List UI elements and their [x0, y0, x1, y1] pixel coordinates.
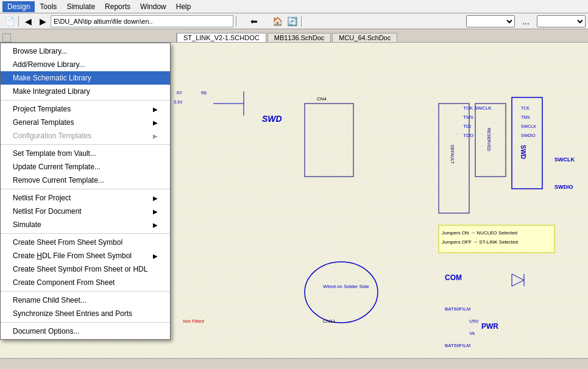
tab-mb1136[interactable]: MB1136.SchDoc [267, 33, 331, 42]
menu-netlist-document[interactable]: Netlist For Document ▶ [1, 205, 170, 218]
svg-text:3.3V: 3.3V [174, 100, 183, 104]
design-dropdown-menu: Browse Library... Add/Remove Library... … [0, 43, 171, 340]
menu-update-current-template-label: Update Current Template... [13, 163, 101, 171]
menu-general-templates-label: General Templates [13, 118, 74, 127]
menu-tools[interactable]: Tools [35, 1, 62, 12]
toolbar-btn-nav2[interactable]: 🏠 [271, 15, 284, 28]
tab-icon [2, 33, 11, 42]
menu-configuration-templates-label: Configuration Templates [13, 132, 91, 140]
svg-text:Wired on Solder Side: Wired on Solder Side [323, 284, 369, 289]
svg-text:TCK SWCLK: TCK SWCLK [463, 105, 492, 111]
menu-create-hdl-file[interactable]: Create HDL File From Sheet Symbol ▶ [1, 249, 170, 262]
toolbar-path-input[interactable] [51, 15, 233, 27]
toolbar-btn-back[interactable]: ◀ [21, 15, 35, 28]
toolbar-row1: 📄 ◀ ▶ ⬅ 🏠 🔄 ... [0, 13, 588, 29]
menu-rename-child-sheet-label: Rename Child Sheet... [13, 296, 87, 304]
sep-5 [1, 291, 170, 292]
menu-simulate[interactable]: Simulate [62, 1, 100, 12]
menu-create-sheet-symbol-label: Create Sheet From Sheet Symbol [13, 238, 122, 247]
simulate-arrow: ▶ [153, 222, 158, 228]
toolbar-btn-nav1[interactable]: ⬅ [239, 15, 269, 28]
menu-update-current-template[interactable]: Update Current Template... [1, 160, 170, 174]
menu-make-integrated-library[interactable]: Make Integrated Library [1, 85, 170, 98]
menu-browse-library[interactable]: Browse Library... [1, 44, 170, 58]
toolbar-sep-2 [236, 16, 236, 27]
svg-text:CN11: CN11 [323, 318, 336, 324]
svg-text:TDO: TDO [463, 133, 473, 138]
configuration-templates-arrow: ▶ [153, 133, 158, 139]
menu-netlist-project[interactable]: Netlist For Project ▶ [1, 191, 170, 205]
menu-help[interactable]: Help [171, 1, 196, 12]
menu-sync-sheet-entries[interactable]: Synchronize Sheet Entries and Ports [1, 307, 170, 320]
menu-project-templates[interactable]: Project Templates ▶ [1, 102, 170, 116]
menu-configuration-templates[interactable]: Configuration Templates ▶ [1, 129, 170, 142]
toolbar-sep-1 [18, 16, 19, 27]
dropdown-right1[interactable] [466, 15, 515, 27]
svg-text:R7: R7 [177, 91, 182, 95]
menu-sync-sheet-entries-label: Synchronize Sheet Entries and Ports [13, 309, 132, 318]
menu-make-schematic-library[interactable]: Make Schematic Library [1, 71, 170, 85]
svg-point-37 [305, 262, 378, 323]
toolbar-btn-1[interactable]: 📄 [2, 15, 16, 28]
svg-text:CN4: CN4 [317, 96, 327, 102]
menu-set-template-vault[interactable]: Set Template from Vault... [1, 147, 170, 160]
svg-text:TMS: TMS [463, 114, 473, 120]
schematic-canvas[interactable]: VBAT PC13 PC14 PC15 PD0 PD1 NRST VSSA VD… [0, 43, 588, 358]
menu-remove-current-template-label: Remove Current Template... [13, 176, 104, 184]
svg-text:BAT60FILM: BAT60FILM [445, 306, 470, 312]
svg-text:TDI: TDI [463, 124, 471, 129]
toolbar-btn-forward[interactable]: ▶ [36, 15, 49, 28]
svg-text:PWR: PWR [481, 322, 498, 331]
menu-create-sheet-symbol[interactable]: Create Sheet From Sheet Symbol [1, 236, 170, 249]
sep-4 [1, 233, 170, 234]
tab-st-link[interactable]: ST_LINK_V2-1.SCHDOC [177, 33, 266, 42]
menu-simulate[interactable]: Simulate ▶ [1, 218, 170, 231]
statusbar [0, 358, 588, 369]
menu-create-sheet-symbol-hdl[interactable]: Create Sheet Symbol From Sheet or HDL [1, 262, 170, 276]
svg-text:SWCLK: SWCLK [554, 156, 575, 163]
menu-design[interactable]: Design [2, 1, 35, 12]
sep-3 [1, 189, 170, 189]
svg-text:Not Fitted: Not Fitted [183, 318, 204, 324]
svg-text:SWD: SWD [262, 114, 282, 124]
svg-text:Jumpers ON → NUCLEO Selected: Jumpers ON → NUCLEO Selected [442, 230, 517, 236]
svg-text:Jumpers OFF → ST-LINK Selected: Jumpers OFF → ST-LINK Selected [442, 239, 518, 245]
svg-text:BAT60FILM: BAT60FILM [445, 343, 470, 348]
menu-add-remove-library-label: Add/Remove Library... [13, 60, 85, 69]
svg-text:SWD: SWD [520, 145, 526, 159]
tab-bar-left [0, 33, 177, 42]
menu-general-templates[interactable]: General Templates ▶ [1, 116, 170, 129]
menu-add-remove-library[interactable]: Add/Remove Library... [1, 58, 170, 71]
menu-create-hdl-file-label: Create HDL File From Sheet Symbol [13, 251, 132, 260]
menu-create-component-sheet-label: Create Component From Sheet [13, 278, 115, 287]
menu-rename-child-sheet[interactable]: Rename Child Sheet... [1, 293, 170, 307]
netlist-project-arrow: ▶ [153, 195, 158, 202]
svg-text:SWCLK: SWCLK [521, 124, 536, 128]
svg-text:Vk: Vk [469, 331, 475, 336]
sep-2 [1, 144, 170, 145]
menu-make-integrated-library-label: Make Integrated Library [13, 87, 90, 96]
svg-rect-15 [305, 104, 353, 177]
menu-create-component-sheet[interactable]: Create Component From Sheet [1, 276, 170, 289]
menu-simulate-label: Simulate [13, 220, 41, 229]
menu-document-options[interactable]: Document Options... [1, 325, 170, 338]
svg-text:RESERVED: RESERVED [487, 128, 491, 151]
tab-bar: ST_LINK_V2-1.SCHDOC MB1136.SchDoc MCU_64… [0, 29, 588, 43]
tab-mcu64[interactable]: MCU_64.SchDoc [332, 33, 397, 42]
svg-text:SWDIO: SWDIO [554, 184, 573, 190]
menu-netlist-project-label: Netlist For Project [13, 194, 71, 202]
menu-reports[interactable]: Reports [100, 1, 135, 12]
main-area: VBAT PC13 PC14 PC15 PD0 PD1 NRST VSSA VD… [0, 43, 588, 358]
netlist-document-arrow: ▶ [153, 208, 158, 215]
menu-browse-library-label: Browse Library... [13, 47, 67, 55]
toolbar-ellipsis[interactable]: ... [517, 15, 534, 28]
menu-remove-current-template[interactable]: Remove Current Template... [1, 174, 170, 187]
menu-window[interactable]: Window [135, 1, 171, 12]
dropdown-right2[interactable] [537, 15, 586, 27]
toolbar-btn-refresh[interactable]: 🔄 [285, 15, 299, 28]
svg-rect-26 [512, 97, 542, 189]
menu-create-sheet-symbol-hdl-label: Create Sheet Symbol From Sheet or HDL [13, 265, 147, 273]
menubar: Design Tools Simulate Reports Window Hel… [0, 0, 588, 13]
sep-1 [1, 100, 170, 100]
svg-text:TCK: TCK [521, 106, 530, 110]
